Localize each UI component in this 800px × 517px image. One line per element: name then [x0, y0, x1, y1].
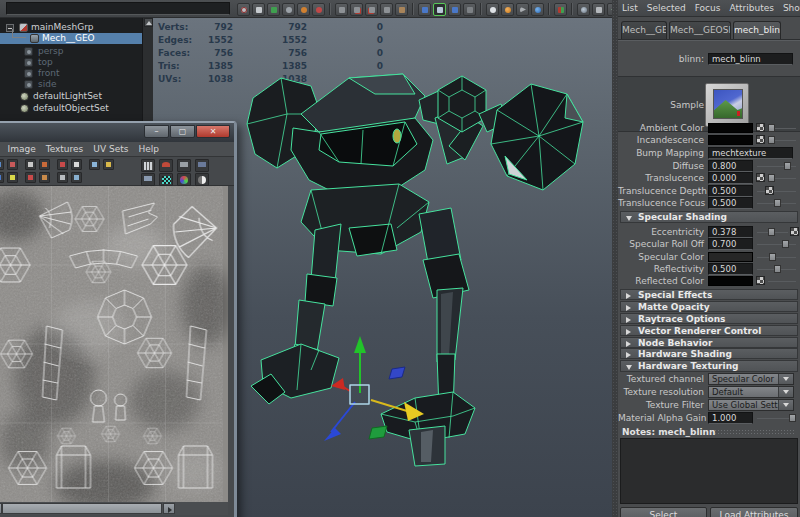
sew-uv-icon[interactable] — [71, 159, 82, 170]
edit-box-icon[interactable] — [592, 3, 605, 16]
paint-effects-icon[interactable] — [297, 3, 310, 16]
section-vector-renderer-control[interactable]: Vector Renderer Control — [620, 325, 798, 336]
menu-textures[interactable]: Textures — [46, 144, 84, 154]
window-titlebar[interactable]: – ▢ ✕ — [0, 123, 234, 142]
translucence-depth-field[interactable]: 0.500 — [708, 185, 753, 197]
hypershade-icon[interactable] — [282, 3, 295, 16]
sphere-blue-icon[interactable] — [531, 3, 544, 16]
scroll-right-icon[interactable] — [163, 503, 175, 514]
specular-roll-off-field[interactable]: 0.700 — [708, 238, 753, 250]
slider-handle[interactable] — [774, 199, 781, 207]
snap-view-icon[interactable] — [380, 3, 393, 16]
menu-list[interactable]: List — [622, 3, 638, 13]
slider-handle[interactable] — [784, 162, 791, 170]
map-checker-icon[interactable] — [756, 173, 765, 182]
section-hardware-texturing[interactable]: Hardware Texturing — [620, 360, 798, 372]
snap-curve-icon[interactable] — [350, 3, 363, 16]
incandescence-swatch[interactable] — [708, 135, 753, 145]
map-checker-icon[interactable] — [756, 135, 765, 144]
checker-display-icon[interactable] — [159, 173, 173, 186]
unfold-icon[interactable] — [25, 172, 36, 183]
section-matte-opacity[interactable]: Matte Opacity — [620, 301, 798, 312]
slider-handle[interactable] — [789, 414, 796, 422]
diffuse-field[interactable]: 0.800 — [708, 160, 753, 172]
dropdown-arrow-icon[interactable] — [778, 400, 793, 410]
translucence-focus-field[interactable]: 0.500 — [708, 197, 753, 209]
snap-surface-icon[interactable] — [395, 3, 408, 16]
node-name-field[interactable]: mech_blinn — [708, 53, 793, 65]
tab-mech-geoshape[interactable]: Mech__GEOShape — [669, 21, 731, 39]
outliner-item-front[interactable]: front — [0, 68, 142, 79]
material-alpha-gain-field[interactable]: 1.000 — [708, 412, 753, 424]
tab-mech-blinn[interactable]: mech_blinn — [733, 21, 781, 39]
specular-color-swatch[interactable] — [708, 252, 753, 262]
clipboard-icon[interactable] — [252, 3, 265, 16]
render-globe-icon[interactable] — [577, 3, 590, 16]
grid-toggle-icon[interactable] — [57, 172, 68, 183]
brush-icon[interactable] — [312, 3, 325, 16]
snap-magnet-icon[interactable] — [159, 159, 173, 172]
outliner-item-top[interactable]: top — [0, 57, 142, 68]
slider-handle[interactable] — [782, 240, 789, 248]
slider-handle[interactable] — [768, 174, 775, 182]
menu-show[interactable]: Show — [783, 3, 800, 13]
selection-mask-field[interactable] — [6, 2, 230, 15]
notes-textarea[interactable] — [620, 438, 798, 504]
slider-track[interactable] — [768, 281, 796, 282]
flip-u-icon[interactable] — [0, 159, 4, 170]
snap-grid-icon[interactable] — [335, 3, 348, 16]
rotate-ccw-icon[interactable] — [25, 159, 36, 170]
render-layers-icon[interactable] — [267, 3, 280, 16]
outliner-item-mech-geo[interactable]: Mech__GEO — [0, 33, 142, 44]
flip-v-icon[interactable] — [7, 159, 18, 170]
uv-texture-editor-window[interactable]: – ▢ ✕ Tool Image Textures UV Sets Help — [0, 121, 237, 517]
menu-image[interactable]: Image — [7, 144, 35, 154]
slider-handle[interactable] — [774, 265, 781, 273]
output-cube-icon[interactable] — [448, 3, 461, 16]
align-v-icon[interactable] — [7, 172, 18, 183]
scrollbar-thumb[interactable] — [2, 503, 162, 514]
translucence-field[interactable]: 0.000 — [708, 172, 753, 184]
section-node-behavior[interactable]: Node Behavior — [620, 337, 798, 348]
input-cube-icon[interactable] — [418, 3, 431, 16]
character-bust-icon[interactable] — [486, 3, 499, 16]
menu-focus[interactable]: Focus — [695, 3, 721, 13]
close-icon[interactable]: ✕ — [196, 125, 230, 138]
map-checker-icon[interactable] — [756, 123, 765, 132]
uv-canvas[interactable] — [0, 186, 228, 502]
rotate-cw-icon[interactable] — [39, 159, 50, 170]
section-hardware-shading[interactable]: Hardware Shading — [620, 348, 798, 359]
load-attributes-button[interactable]: Load Attributes — [710, 507, 798, 517]
slider-handle[interactable] — [768, 228, 775, 236]
uv-horizontal-scrollbar[interactable] — [0, 502, 228, 515]
quick-select-flag-icon[interactable] — [554, 3, 567, 16]
bump-mapping-field[interactable]: mechtexture — [708, 147, 793, 159]
map-checker-icon[interactable] — [790, 227, 799, 236]
active-selection-cube-icon[interactable] — [433, 3, 446, 16]
minimize-icon[interactable]: – — [144, 125, 169, 138]
outliner-item-defaultlightset[interactable]: defaultLightSet — [0, 91, 142, 102]
menu-attributes[interactable]: Attributes — [729, 3, 773, 13]
relax-icon[interactable] — [39, 172, 50, 183]
material-sample-swatch[interactable] — [705, 83, 749, 127]
slider-track[interactable] — [757, 191, 796, 192]
dropdown-arrow-icon[interactable] — [778, 374, 793, 384]
copy-uv-icon[interactable] — [177, 159, 191, 172]
menu-help[interactable]: Help — [138, 144, 159, 154]
move-shell-icon[interactable] — [103, 159, 114, 170]
reflected-color-swatch[interactable] — [708, 276, 753, 286]
slider-handle[interactable] — [768, 136, 775, 144]
layout-uv-icon[interactable] — [89, 159, 100, 170]
alpha-display-icon[interactable] — [195, 173, 209, 186]
scroll-up-icon[interactable] — [144, 18, 153, 27]
dropdown-arrow-icon[interactable] — [778, 387, 793, 397]
snap-point-icon[interactable] — [365, 3, 378, 16]
slider-handle[interactable] — [769, 253, 776, 261]
slider-handle[interactable] — [768, 124, 775, 132]
history-icon[interactable] — [237, 3, 250, 16]
play-arrow-icon[interactable] — [516, 3, 529, 16]
outliner-item-side[interactable]: side — [0, 79, 142, 90]
eccentricity-field[interactable]: 0.378 — [708, 226, 753, 238]
map-checker-icon[interactable] — [765, 186, 774, 195]
sphere-orange-icon[interactable] — [501, 3, 514, 16]
